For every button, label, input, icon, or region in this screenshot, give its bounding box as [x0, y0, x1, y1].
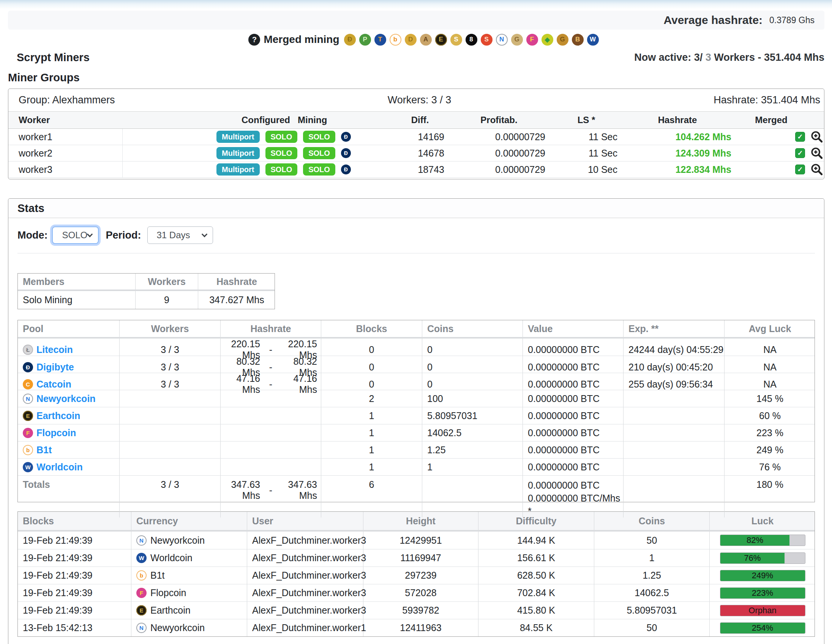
block-difficulty: 84.55 K	[478, 619, 594, 636]
dogmcoin-icon[interactable]: D	[405, 34, 416, 46]
now-active-total: 3	[706, 52, 711, 63]
luck-bar: 249%	[720, 570, 805, 581]
pool-link[interactable]: Litecoin	[37, 344, 73, 355]
block-row: 19-Feb 21:49:39 FFlopcoin AlexF_Dutchmin…	[18, 584, 814, 601]
mining-solo-badge: SOLO	[303, 131, 335, 143]
pepecoin-icon[interactable]: P	[359, 34, 371, 46]
zoom-in-icon[interactable]	[810, 163, 823, 176]
help-icon[interactable]: ?	[248, 34, 260, 46]
now-active-count: 3	[694, 52, 700, 63]
pool-row: ĐDigibyte 3 / 3 80.32 Mhs-80.32 Mhs 0 0 …	[18, 356, 814, 373]
block-currency: Newyorkcoin	[150, 535, 205, 546]
beercoin-icon[interactable]: B	[572, 34, 584, 46]
eightball-coin-icon[interactable]: 8	[466, 34, 477, 46]
block-time: 19-Feb 21:49:39	[18, 532, 131, 549]
trumpcoin-icon[interactable]: T	[374, 34, 386, 46]
animecoin-icon[interactable]: A	[420, 34, 432, 46]
pool-coins: 1.25	[422, 442, 523, 458]
col-value: Value	[523, 320, 624, 337]
pool-avg-luck: 145 %	[725, 390, 815, 407]
block-row: 19-Feb 21:49:39 WWorldcoin AlexF_Dutchmi…	[18, 549, 814, 567]
dogecoin-icon[interactable]: Ð	[344, 34, 356, 46]
group-header: Group: Alexhammers Workers: 3 / 3 Hashra…	[8, 89, 824, 111]
block-time: 19-Feb 21:49:39	[18, 584, 131, 601]
pool-link[interactable]: Catcoin	[37, 379, 71, 390]
earthcoin-icon[interactable]: E	[435, 34, 447, 46]
pool-link[interactable]: Newyorkcoin	[37, 393, 96, 404]
newyorkcoin-icon: N	[136, 623, 147, 633]
pool-avg-luck: 223 %	[725, 425, 815, 441]
pool-value: 0.00000000 BTC	[523, 407, 624, 424]
col-user: User	[247, 512, 363, 530]
worker-profitab: 0.00000729	[453, 131, 555, 143]
col-hashrate: Hashrate	[221, 320, 321, 337]
worker-profitab: 0.00000729	[453, 148, 555, 159]
mode-select[interactable]: SOLO	[52, 226, 99, 244]
group-workers: Workers: 3 / 3	[286, 94, 553, 106]
zoom-in-icon[interactable]	[810, 130, 823, 143]
pool-value: 0.00000000 BTC	[523, 442, 624, 458]
pool-link[interactable]: Flopcoin	[37, 428, 76, 439]
block-difficulty: 702.84 K	[478, 584, 594, 601]
col-workers: Workers	[120, 320, 221, 337]
litecoin-icon: Ł	[23, 344, 33, 355]
block-height: 5939782	[363, 602, 478, 619]
block-height: 572028	[363, 584, 478, 601]
goldcoin-icon[interactable]: G	[557, 34, 568, 46]
b1t-icon[interactable]: b	[390, 34, 402, 46]
shibacoin-icon[interactable]: S	[450, 34, 462, 46]
newyorkcoin-icon[interactable]: N	[496, 34, 508, 46]
pool-workers	[120, 407, 221, 424]
earthcoin-icon: E	[23, 411, 33, 421]
flopcoin-icon[interactable]: F	[526, 34, 538, 46]
members-row: Solo Mining 9 347.627 Mhs	[18, 291, 275, 309]
merged-checkbox[interactable]: ✓	[795, 148, 805, 158]
worker-row: worker3 Multiport SOLO SOLO Đ 18743 0.00…	[8, 162, 824, 178]
block-currency: Newyorkcoin	[150, 622, 205, 633]
pool-link[interactable]: Earthcoin	[37, 410, 80, 421]
block-row: 13-Feb 15:42:13 NNewyorkcoin AlexF_Dutch…	[18, 619, 814, 636]
pool-link[interactable]: B1t	[37, 445, 52, 455]
earthcoin-icon: E	[136, 605, 147, 615]
pool-blocks: 1	[321, 407, 422, 424]
newyorkcoin-icon: N	[23, 394, 33, 404]
block-row: 19-Feb 21:49:39 NNewyorkcoin AlexF_Dutch…	[18, 532, 814, 549]
block-coins: 14062.5	[594, 584, 710, 601]
multiport-badge: Multiport	[216, 131, 260, 143]
pool-link[interactable]: Worldcoin	[37, 461, 83, 473]
workers-table-header: Worker Configured Mining Diff. Profitab.…	[8, 111, 824, 129]
b1t-icon: b	[23, 445, 33, 455]
merged-mining-row: ? Merged mining Ð P T b D A E S 8 S N G …	[0, 31, 832, 48]
block-time: 19-Feb 21:49:39	[18, 549, 131, 567]
block-height: 11169947	[363, 549, 478, 567]
emerald-coin-icon[interactable]: ◆	[541, 34, 553, 46]
now-active-status: Now active: 3/ 3 Workers - 351.404 Mhs	[634, 52, 824, 64]
zoom-in-icon[interactable]	[810, 147, 823, 160]
block-time: 19-Feb 21:49:39	[18, 567, 131, 584]
merged-checkbox[interactable]: ✓	[795, 165, 805, 175]
period-value: 31 Days	[157, 230, 190, 240]
block-user: AlexF_Dutchminer.worker3	[247, 532, 363, 549]
mining-solo-badge: SOLO	[303, 147, 335, 159]
period-select[interactable]: 31 Days	[147, 226, 213, 244]
worker-ls: 11 Sec	[555, 131, 624, 143]
galleon-coin-icon[interactable]: G	[511, 34, 523, 46]
col-workers: Workers	[136, 274, 198, 290]
pool-workers	[120, 390, 221, 407]
pool-blocks: 1	[321, 425, 422, 441]
shibainu-coin-icon[interactable]: S	[481, 34, 493, 46]
pool-coins: 1	[422, 458, 523, 475]
pool-link[interactable]: Digibyte	[37, 362, 74, 373]
worldcoin-icon[interactable]: W	[587, 34, 599, 46]
merged-checkbox[interactable]: ✓	[795, 132, 805, 142]
chevron-down-icon	[201, 231, 207, 237]
section-title-miner-groups: Miner Groups	[8, 71, 832, 84]
pool-blocks: 1	[321, 442, 422, 458]
now-active-suffix: Workers - 351.404 Mhs	[714, 52, 824, 63]
luck-bar: 76%	[720, 553, 805, 564]
pool-coins: 100	[422, 390, 523, 407]
block-difficulty: 144.94 K	[478, 532, 594, 549]
totals-label: Totals	[18, 476, 120, 517]
group-name: Group: Alexhammers	[19, 94, 286, 106]
pool-workers	[120, 425, 221, 441]
